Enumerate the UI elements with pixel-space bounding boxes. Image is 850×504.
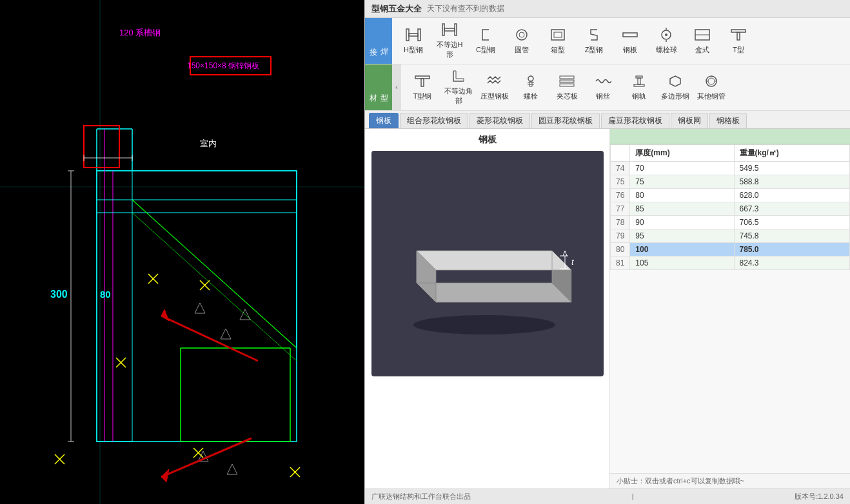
weight-cell: 745.8 bbox=[734, 229, 849, 243]
profile-label[interactable]: 型材 bbox=[365, 64, 392, 110]
box-button[interactable]: 箱型 bbox=[540, 26, 575, 57]
round-tube-icon bbox=[513, 28, 530, 44]
thickness-cell: 75 bbox=[630, 175, 734, 189]
tip-bar: 小贴士：双击或者ctrl+c可以复制数据哦~ bbox=[610, 473, 850, 489]
steel-plate-button[interactable]: 钢板 bbox=[613, 26, 647, 57]
weight-cell: 628.0 bbox=[734, 189, 849, 202]
thickness-cell: 70 bbox=[630, 162, 734, 175]
col-thickness: 厚度(mm) bbox=[630, 145, 734, 162]
cad-dim1: 300 bbox=[50, 289, 68, 300]
polygon-button[interactable]: 多边形钢 bbox=[658, 72, 693, 103]
weight-cell: 785.0 bbox=[734, 243, 849, 257]
image-area: 钢板 bbox=[365, 129, 610, 489]
bolt-ball-button[interactable]: 螺栓球 bbox=[649, 26, 684, 57]
thickness-cell: 80 bbox=[630, 189, 734, 202]
tab-grid[interactable]: 钢格板 bbox=[709, 113, 747, 128]
t-shaped-icon bbox=[414, 74, 431, 90]
cad-dim2: 80 bbox=[100, 289, 111, 300]
press-plate-button[interactable]: 压型钢板 bbox=[477, 72, 512, 103]
t-shaped-button[interactable]: T型钢 bbox=[405, 72, 440, 103]
z-steel-button[interactable]: Z型钢 bbox=[577, 26, 611, 57]
press-plate-label: 压型钢板 bbox=[480, 92, 509, 101]
thickness-cell: 85 bbox=[630, 202, 734, 216]
tab-steel-plate[interactable]: 钢板 bbox=[369, 113, 399, 128]
tab-flat-dot[interactable]: 扁豆形花纹钢板 bbox=[601, 113, 669, 128]
unequal-h-button[interactable]: 不等边H形 bbox=[432, 21, 467, 61]
svg-rect-73 bbox=[560, 76, 574, 79]
app-title: 型钢五金大全 bbox=[371, 3, 422, 15]
sandwich-icon bbox=[558, 74, 575, 90]
header-bar: 型钢五金大全 天下没有查不到的数据 bbox=[365, 0, 850, 18]
data-table: 厚度(mm) 重量(kg/㎡) 7470549.57575588.8768062… bbox=[610, 144, 850, 270]
table-row[interactable]: 7890706.5 bbox=[611, 216, 850, 229]
col-weight: 重量(kg/㎡) bbox=[734, 145, 849, 162]
cad-label-channel: 120 系槽钢 bbox=[119, 27, 161, 39]
sandwich-button[interactable]: 夹芯板 bbox=[549, 72, 584, 103]
category-tabs: 钢板 组合形花纹钢板 菱形花纹钢板 圆豆形花纹钢板 扁豆形花纹钢板 钢板网 钢格… bbox=[365, 111, 850, 129]
wire-button[interactable]: 钢丝 bbox=[586, 72, 620, 103]
weight-cell: 667.3 bbox=[734, 202, 849, 216]
table-row[interactable]: 80100785.0 bbox=[611, 243, 850, 257]
table-row[interactable]: 7785667.3 bbox=[611, 202, 850, 216]
z-steel-icon bbox=[586, 28, 602, 44]
table-row[interactable]: 81105824.3 bbox=[611, 257, 850, 270]
rail-button[interactable]: 钢轨 bbox=[622, 72, 657, 103]
svg-rect-0 bbox=[0, 0, 364, 504]
polygon-icon bbox=[667, 74, 684, 90]
tab-combined[interactable]: 组合形花纹钢板 bbox=[400, 113, 468, 128]
table-row[interactable]: 7470549.5 bbox=[611, 162, 850, 175]
rail-label: 钢轨 bbox=[632, 92, 646, 101]
green-header bbox=[610, 129, 850, 144]
table-row[interactable]: 7680628.0 bbox=[611, 189, 850, 202]
round-tube-button[interactable]: 圆管 bbox=[504, 26, 539, 57]
row-num-cell: 79 bbox=[611, 229, 630, 243]
h-beam-button[interactable]: H型钢 bbox=[396, 26, 431, 57]
collapse-button[interactable]: ‹ bbox=[392, 64, 401, 110]
welding-toolbar: 焊接 H型钢 bbox=[365, 18, 850, 64]
unequal-angle-button[interactable]: 不等边角部 bbox=[441, 67, 476, 108]
tip-text: 小贴士：双击或者ctrl+c可以复制数据哦~ bbox=[617, 476, 744, 486]
other-tube-icon bbox=[703, 74, 720, 90]
tab-rhombus[interactable]: 菱形花纹钢板 bbox=[469, 113, 530, 128]
thickness-cell: 100 bbox=[630, 243, 734, 257]
thickness-cell: 105 bbox=[630, 257, 734, 270]
wire-label: 钢丝 bbox=[596, 92, 610, 101]
unequal-h-icon bbox=[441, 23, 458, 39]
unequal-h-label: 不等边H形 bbox=[433, 40, 466, 59]
image-title: 钢板 bbox=[479, 134, 497, 146]
thickness-cell: 95 bbox=[630, 229, 734, 243]
rail-icon bbox=[631, 74, 647, 90]
svg-rect-77 bbox=[638, 78, 640, 84]
t-steel-label: T型 bbox=[733, 45, 744, 55]
polygon-label: 多边形钢 bbox=[661, 92, 689, 101]
steel-plate-icon bbox=[622, 28, 638, 44]
h-beam-label: H型钢 bbox=[404, 45, 423, 55]
c-steel-button[interactable]: C型钢 bbox=[468, 26, 503, 57]
row-num-cell: 77 bbox=[611, 202, 630, 216]
tab-mesh[interactable]: 钢板网 bbox=[671, 113, 708, 128]
svg-marker-79 bbox=[670, 76, 680, 86]
row-num-cell: 76 bbox=[611, 189, 630, 202]
bolt-button[interactable]: 螺栓 bbox=[513, 72, 548, 103]
box2-button[interactable]: 盒式 bbox=[685, 26, 720, 57]
footer-separator: | bbox=[625, 492, 641, 501]
svg-rect-53 bbox=[444, 28, 455, 31]
table-row[interactable]: 7575588.8 bbox=[611, 175, 850, 189]
unequal-angle-icon bbox=[450, 69, 467, 85]
table-wrapper[interactable]: 厚度(mm) 重量(kg/㎡) 7470549.57575588.8768062… bbox=[610, 144, 850, 473]
z-steel-label: Z型钢 bbox=[585, 45, 604, 55]
other-tube-button[interactable]: 其他钢管 bbox=[694, 72, 729, 103]
tab-round-dot[interactable]: 圆豆形花纹钢板 bbox=[531, 113, 600, 128]
box-icon bbox=[549, 28, 566, 44]
profile-toolbar: 型材 ‹ T型钢 bbox=[365, 64, 850, 111]
bolt-label: 螺栓 bbox=[524, 92, 538, 101]
box-label: 箱型 bbox=[551, 45, 565, 55]
c-steel-icon bbox=[477, 28, 494, 44]
t-steel-button[interactable]: T型 bbox=[721, 26, 756, 57]
svg-rect-70 bbox=[529, 81, 532, 86]
row-num-cell: 75 bbox=[611, 175, 630, 189]
c-steel-label: C型钢 bbox=[476, 45, 495, 55]
svg-point-69 bbox=[528, 76, 533, 81]
welding-label[interactable]: 焊接 bbox=[365, 18, 392, 64]
table-row[interactable]: 7995745.8 bbox=[611, 229, 850, 243]
